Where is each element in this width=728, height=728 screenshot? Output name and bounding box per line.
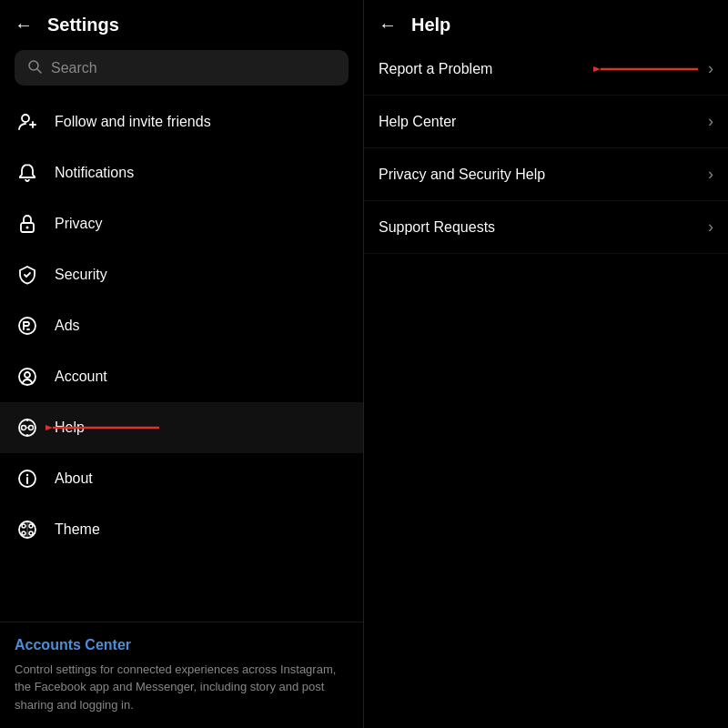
lock-icon [15, 211, 40, 237]
theme-icon [15, 517, 40, 542]
sidebar-item-help[interactable]: Help [0, 402, 363, 453]
shield-icon [15, 262, 40, 288]
help-icon [15, 415, 40, 440]
help-item-privacy-security[interactable]: Privacy and Security Help › [364, 148, 728, 201]
privacy-label: Privacy [55, 216, 102, 232]
settings-panel: ← Settings Search Follow and invite frie… [0, 0, 364, 728]
follow-label: Follow and invite friends [55, 114, 211, 130]
sidebar-item-theme[interactable]: Theme [0, 504, 363, 555]
search-bar[interactable]: Search [15, 50, 349, 86]
svg-point-6 [26, 227, 29, 229]
notifications-label: Notifications [55, 165, 134, 181]
svg-point-19 [22, 524, 25, 528]
support-label: Support Requests [379, 219, 495, 236]
bell-icon [15, 160, 40, 186]
settings-title: Settings [47, 15, 119, 35]
support-chevron: › [708, 217, 713, 237]
settings-header: ← Settings [0, 0, 363, 43]
svg-point-12 [29, 426, 34, 430]
report-chevron: › [708, 59, 713, 78]
search-placeholder: Search [51, 60, 97, 76]
privacy-security-chevron: › [708, 165, 713, 184]
svg-point-11 [22, 426, 26, 430]
sidebar-item-ads[interactable]: Ads [0, 300, 363, 351]
svg-point-2 [22, 115, 29, 122]
follow-icon [15, 109, 40, 135]
svg-point-21 [22, 531, 25, 535]
sidebar-item-follow[interactable]: Follow and invite friends [0, 96, 363, 147]
accounts-center-description: Control settings for connected experienc… [15, 661, 349, 714]
sidebar-item-privacy[interactable]: Privacy [0, 198, 363, 249]
help-red-arrow [46, 414, 164, 441]
about-label: About [55, 470, 93, 487]
theme-label: Theme [55, 521, 100, 538]
account-label: Account [55, 369, 107, 385]
ads-icon [15, 313, 40, 339]
ads-label: Ads [55, 318, 80, 334]
settings-menu-list: Follow and invite friends Notifications [0, 96, 363, 622]
help-item-support[interactable]: Support Requests › [364, 201, 728, 254]
help-center-label: Help Center [379, 114, 456, 130]
help-title: Help [411, 15, 450, 35]
svg-point-22 [29, 531, 33, 535]
report-red-arrow [593, 56, 703, 83]
svg-point-20 [29, 524, 33, 528]
privacy-security-label: Privacy and Security Help [379, 167, 545, 183]
sidebar-item-about[interactable]: About [0, 453, 363, 504]
about-icon [15, 466, 40, 491]
sidebar-item-notifications[interactable]: Notifications [0, 147, 363, 198]
svg-point-9 [25, 372, 30, 378]
svg-line-1 [37, 69, 41, 73]
help-panel: ← Help Report a Problem › Help Center › [364, 0, 728, 728]
help-center-chevron: › [708, 112, 713, 131]
help-item-help-center[interactable]: Help Center › [364, 96, 728, 148]
report-label: Report a Problem [379, 61, 492, 77]
account-icon [15, 364, 40, 389]
search-icon [27, 59, 42, 76]
svg-point-8 [19, 369, 35, 385]
help-item-report[interactable]: Report a Problem › [364, 43, 728, 96]
accounts-center-section: Accounts Center Control settings for con… [0, 622, 363, 729]
svg-point-17 [26, 474, 28, 476]
help-back-button[interactable]: ← [379, 15, 397, 35]
sidebar-item-account[interactable]: Account [0, 351, 363, 402]
accounts-center-link[interactable]: Accounts Center [15, 637, 349, 653]
settings-back-button[interactable]: ← [15, 15, 33, 35]
help-menu-list: Report a Problem › Help Center › Privacy… [364, 43, 728, 728]
sidebar-item-security[interactable]: Security [0, 249, 363, 300]
security-label: Security [55, 267, 107, 283]
help-header: ← Help [364, 0, 728, 43]
